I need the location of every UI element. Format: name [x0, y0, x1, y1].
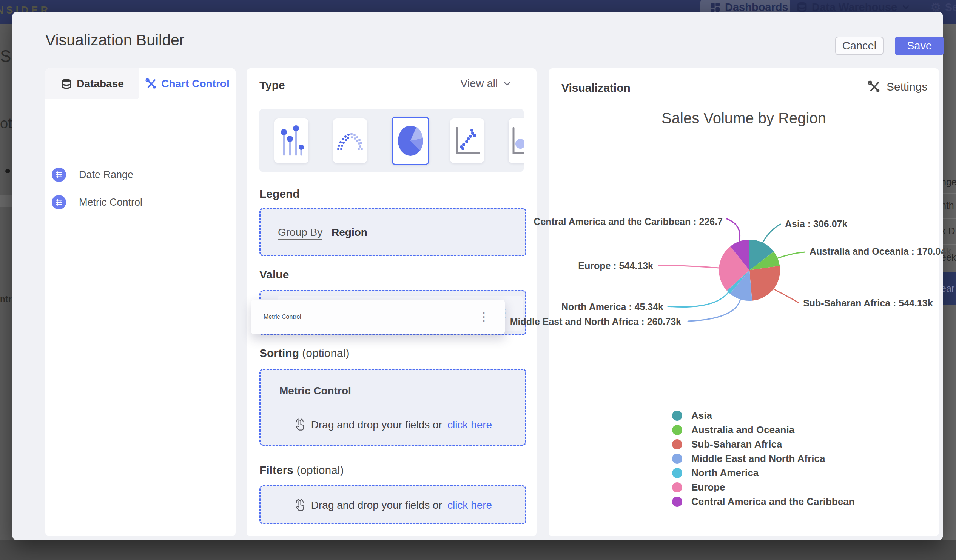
- legend-dot: [672, 468, 682, 478]
- sorting-chip-label: Metric Control: [279, 385, 351, 397]
- chart-type-bubble[interactable]: [509, 119, 524, 163]
- bg-menu-fragment: k D: [943, 226, 955, 237]
- legend-label: Europe: [691, 482, 725, 493]
- legend-label: Australia and Oceania: [691, 424, 794, 436]
- tab-database-label: Database: [77, 78, 124, 90]
- legend-item[interactable]: Europe: [672, 482, 725, 493]
- legend-dot: [672, 453, 682, 464]
- group-by-value: Region: [332, 226, 367, 238]
- dimmed-page-left: Sal ota ntral: [0, 24, 12, 540]
- view-all-dropdown[interactable]: View all: [460, 77, 512, 90]
- chevron-down-icon: [901, 2, 911, 12]
- legend-label: Sub-Saharan Africa: [691, 439, 782, 450]
- filters-dropzone[interactable]: Drag and drop your fields or click here: [259, 485, 526, 524]
- modal-title: Visualization Builder: [45, 31, 184, 49]
- tune-icon: [52, 168, 66, 182]
- dnd-click-here[interactable]: click here: [447, 499, 492, 511]
- database-icon: [61, 78, 72, 89]
- tab-chart-control-label: Chart Control: [161, 78, 229, 90]
- type-header: Type: [259, 79, 285, 92]
- cancel-button[interactable]: Cancel: [835, 37, 884, 55]
- legend-label: Middle East and North Africa: [691, 453, 825, 464]
- legend-item[interactable]: Sub-Saharan Africa: [672, 439, 782, 450]
- legend-dot: [672, 439, 682, 449]
- legend-item[interactable]: Middle East and North Africa: [672, 453, 825, 464]
- view-all-label: View all: [460, 77, 498, 90]
- legend-item[interactable]: Australia and Oceania: [672, 424, 794, 436]
- legend-dropzone[interactable]: Group By Region: [259, 208, 526, 256]
- chart-type-pie[interactable]: [392, 117, 429, 165]
- group-by-line: Group By Region: [278, 226, 367, 238]
- pie-slice-label: Sub-Saharan Africa : 544.13k: [803, 298, 933, 309]
- dnd-text: Drag and drop your fields or: [311, 419, 442, 431]
- tab-chart-control[interactable]: Chart Control: [139, 68, 236, 99]
- bg-menu-fragment: nge: [943, 177, 956, 188]
- bg-fragment: ota: [0, 116, 12, 132]
- pie-slice-label: Europe : 544.13k: [578, 260, 653, 271]
- legend-dot: [672, 497, 682, 507]
- pie-leader-line: [659, 265, 719, 268]
- bg-fragment: Sal: [0, 47, 12, 66]
- chart-type-lollipop[interactable]: [275, 119, 308, 163]
- group-by-link[interactable]: Group By: [278, 226, 322, 240]
- save-button[interactable]: Save: [895, 37, 944, 55]
- pie-slice-label: Asia : 306.07k: [785, 218, 847, 229]
- sorting-dropzone[interactable]: Metric Control Drag and drop your fields…: [259, 369, 526, 445]
- bg-band: [0, 196, 12, 207]
- chart-type-scatter[interactable]: [450, 119, 484, 163]
- bg-bullet: [5, 169, 10, 173]
- pie-leader-line: [763, 224, 780, 243]
- dnd-line: Drag and drop your fields or click here: [261, 418, 525, 432]
- pie-chart-area: Asia : 306.07kAustralia and Oceania : 17…: [549, 68, 939, 536]
- scatter-chart-icon: [454, 125, 480, 156]
- dnd-line: Drag and drop your fields or click here: [261, 499, 525, 512]
- tap-hand-icon: [294, 499, 306, 512]
- sidebar-item-metric-control[interactable]: Metric Control: [52, 192, 225, 213]
- value-dropzone[interactable]: Metric Control ⋮ Metric Control ⋮: [259, 290, 526, 336]
- bubble-chart-icon: [511, 125, 524, 156]
- optional-suffix: (optional): [302, 347, 349, 359]
- legend-dot: [672, 482, 682, 493]
- legend-item[interactable]: North America: [672, 467, 758, 479]
- filters-header: Filters (optional): [259, 464, 344, 477]
- legend-dot: [672, 411, 682, 421]
- legend-item[interactable]: Asia: [672, 410, 712, 422]
- sidebar-panel: Database Chart Control: [45, 68, 236, 536]
- tune-icon: [52, 195, 66, 209]
- chart-type-arc-dots[interactable]: [333, 119, 367, 163]
- dimmed-page-bottom: [0, 540, 956, 560]
- tools-icon: [145, 78, 157, 89]
- pie-leader-line: [668, 292, 728, 307]
- legend-label: Central America and the Caribbean: [691, 496, 855, 508]
- sidebar-item-label: Date Range: [79, 169, 133, 181]
- visualization-builder-modal: Visualization Builder Cancel Save Databa…: [12, 12, 943, 540]
- screen: NSIDER Dashboards Data Warehouse ⚙: [0, 0, 956, 560]
- pie-chart-icon: [397, 125, 424, 157]
- pie-slice-label: North America : 45.34k: [561, 301, 664, 312]
- pie-slice[interactable]: [750, 266, 780, 300]
- bg-menu-fragment: ear: [943, 283, 954, 294]
- lollipop-chart-icon: [279, 124, 303, 158]
- pie-slice-label: Central America and the Caribbean : 226.…: [533, 216, 723, 227]
- arc-dot-chart-icon: [335, 129, 365, 152]
- legend-item[interactable]: Central America and the Caribbean: [672, 496, 855, 508]
- legend-dot: [672, 425, 682, 435]
- tab-database[interactable]: Database: [45, 68, 139, 99]
- pie-leader-line: [778, 252, 805, 258]
- sidebar-item-date-range[interactable]: Date Range: [52, 164, 225, 185]
- bg-fragment: ntral: [0, 294, 12, 304]
- dnd-click-here[interactable]: click here: [447, 419, 492, 431]
- kebab-menu-icon[interactable]: ⋮: [478, 311, 490, 323]
- dimmed-page-right: nge nth k D eek ear: [943, 24, 956, 540]
- value-header: Value: [259, 268, 289, 281]
- chart-type-list: [259, 109, 524, 172]
- pie-slice-label: Australia and Oceania : 170.04k: [810, 246, 951, 257]
- pie-leader-line: [727, 219, 740, 242]
- legend-label: North America: [691, 467, 758, 479]
- nav-settings-label: Se: [945, 1, 956, 14]
- dnd-text: Drag and drop your fields or: [311, 499, 442, 511]
- bg-menu-fragment: nth: [943, 200, 954, 211]
- optional-suffix: (optional): [296, 464, 344, 476]
- dragging-chip[interactable]: Metric Control ⋮: [251, 300, 505, 334]
- visualization-panel: Visualization Settings Sales Volume by R…: [549, 68, 939, 536]
